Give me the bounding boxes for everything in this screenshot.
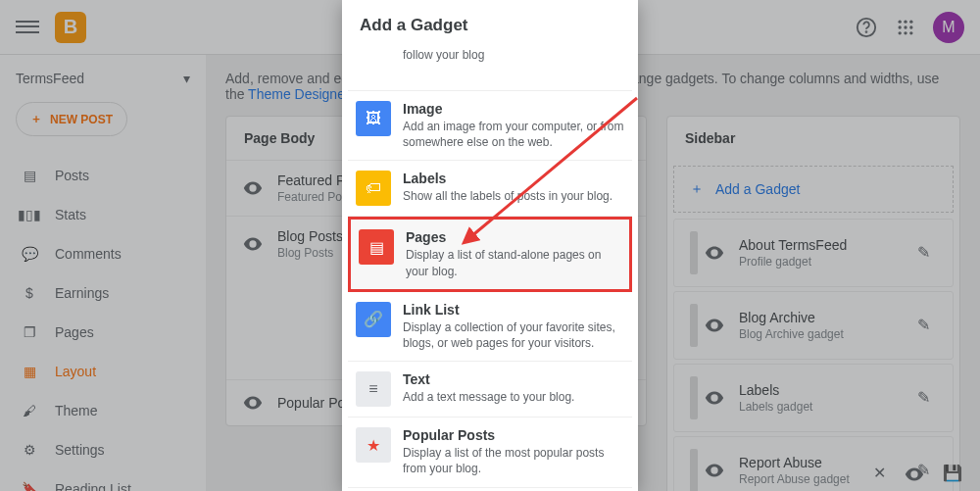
option-title: Link List <box>403 302 624 318</box>
option-desc: Add a text message to your blog. <box>403 389 574 405</box>
gadget-option-linklist[interactable]: 🔗Link ListDisplay a collection of your f… <box>348 292 632 362</box>
gadget-option[interactable]: follow your blog <box>348 45 632 91</box>
option-desc: Display a collection of your favorite si… <box>403 319 624 351</box>
option-title: Pages <box>406 229 621 245</box>
image-icon: 🖼 <box>356 101 391 136</box>
gadget-option-list[interactable]: follow your blog 🖼ImageAdd an image from… <box>342 45 638 491</box>
option-desc: Add an image from your computer, or from… <box>403 119 624 150</box>
pages-icon: ▤ <box>359 229 394 265</box>
link-icon: 🔗 <box>356 302 391 337</box>
gadget-option-pages[interactable]: ▤PagesDisplay a list of stand-alone page… <box>348 217 632 291</box>
labels-icon: 🏷 <box>356 171 391 206</box>
add-gadget-dialog: Add a Gadget follow your blog 🖼ImageAdd … <box>342 0 638 491</box>
text-icon: ≡ <box>356 371 391 407</box>
popular-icon: ★ <box>356 427 391 463</box>
option-desc: Display a list of the most popular posts… <box>403 445 624 476</box>
option-title: Text <box>403 371 574 387</box>
option-desc: Display a list of stand-alone pages on y… <box>406 247 621 278</box>
dialog-title: Add a Gadget <box>342 0 638 45</box>
followers-icon <box>356 45 391 80</box>
gadget-option-labels[interactable]: 🏷LabelsShow all the labels of posts in y… <box>348 161 632 217</box>
gadget-option-popular[interactable]: ★Popular PostsDisplay a list of the most… <box>348 417 632 487</box>
option-title: Image <box>403 101 624 117</box>
option-desc: follow your blog <box>403 47 484 63</box>
gadget-option-text[interactable]: ≡TextAdd a text message to your blog. <box>348 362 632 417</box>
option-title: Labels <box>403 171 612 186</box>
gadget-option-image[interactable]: 🖼ImageAdd an image from your computer, o… <box>348 91 632 161</box>
option-desc: Show all the labels of posts in your blo… <box>403 188 612 204</box>
option-title: Popular Posts <box>403 427 624 443</box>
gadget-option-stats[interactable]: 📈Blog's stats <box>348 488 632 492</box>
